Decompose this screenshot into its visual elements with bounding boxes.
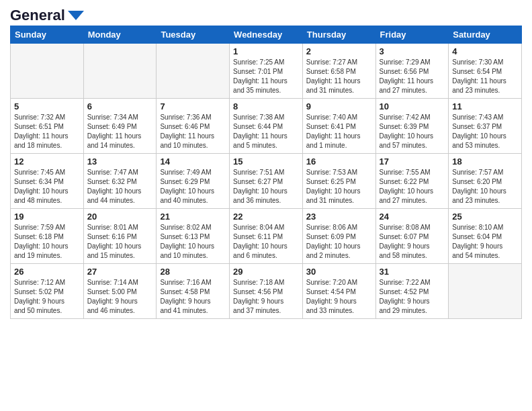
calendar-cell: 7Sunrise: 7:36 AM Sunset: 6:46 PM Daylig… — [157, 99, 230, 154]
calendar-cell: 27Sunrise: 7:14 AM Sunset: 5:00 PM Dayli… — [83, 264, 157, 319]
calendar-week-1: 1Sunrise: 7:25 AM Sunset: 7:01 PM Daylig… — [11, 44, 522, 99]
calendar-cell: 26Sunrise: 7:12 AM Sunset: 5:02 PM Dayli… — [11, 264, 84, 319]
calendar-cell: 25Sunrise: 8:10 AM Sunset: 6:04 PM Dayli… — [449, 209, 522, 264]
calendar-cell: 18Sunrise: 7:57 AM Sunset: 6:20 PM Dayli… — [449, 154, 522, 209]
calendar-cell: 2Sunrise: 7:27 AM Sunset: 6:58 PM Daylig… — [302, 44, 375, 99]
day-info: Sunrise: 8:10 AM Sunset: 6:04 PM Dayligh… — [452, 223, 518, 261]
day-number: 7 — [160, 101, 226, 111]
day-info: Sunrise: 7:16 AM Sunset: 4:58 PM Dayligh… — [160, 278, 226, 316]
day-number: 29 — [233, 267, 299, 277]
calendar-week-3: 12Sunrise: 7:45 AM Sunset: 6:34 PM Dayli… — [11, 154, 522, 209]
calendar-week-5: 26Sunrise: 7:12 AM Sunset: 5:02 PM Dayli… — [11, 264, 522, 319]
day-info: Sunrise: 7:32 AM Sunset: 6:51 PM Dayligh… — [14, 113, 80, 150]
day-info: Sunrise: 8:04 AM Sunset: 6:11 PM Dayligh… — [233, 223, 299, 261]
day-number: 11 — [452, 101, 518, 111]
day-number: 9 — [306, 101, 372, 111]
calendar-cell: 31Sunrise: 7:22 AM Sunset: 4:52 PM Dayli… — [375, 264, 449, 319]
day-info: Sunrise: 7:30 AM Sunset: 6:54 PM Dayligh… — [452, 58, 518, 95]
calendar-cell: 22Sunrise: 8:04 AM Sunset: 6:11 PM Dayli… — [230, 209, 303, 264]
day-number: 24 — [380, 212, 445, 222]
day-number: 20 — [87, 212, 153, 222]
day-info: Sunrise: 7:25 AM Sunset: 7:01 PM Dayligh… — [233, 58, 299, 95]
calendar-header-tuesday: Tuesday — [157, 26, 230, 44]
logo-arrow-icon — [65, 8, 84, 23]
calendar-cell: 29Sunrise: 7:18 AM Sunset: 4:56 PM Dayli… — [230, 264, 303, 319]
day-info: Sunrise: 7:27 AM Sunset: 6:58 PM Dayligh… — [306, 58, 372, 95]
day-number: 15 — [233, 156, 299, 167]
calendar-cell — [449, 264, 522, 319]
calendar-cell — [11, 44, 84, 99]
calendar-cell — [157, 44, 230, 99]
day-info: Sunrise: 8:06 AM Sunset: 6:09 PM Dayligh… — [306, 223, 372, 261]
day-info: Sunrise: 7:42 AM Sunset: 6:39 PM Dayligh… — [380, 113, 445, 150]
calendar-header-monday: Monday — [83, 26, 157, 44]
calendar-cell — [83, 44, 157, 99]
day-number: 19 — [14, 212, 80, 222]
day-info: Sunrise: 8:08 AM Sunset: 6:07 PM Dayligh… — [380, 223, 445, 261]
day-info: Sunrise: 7:47 AM Sunset: 6:32 PM Dayligh… — [87, 168, 153, 205]
day-number: 1 — [233, 46, 299, 56]
calendar-cell: 1Sunrise: 7:25 AM Sunset: 7:01 PM Daylig… — [230, 44, 303, 99]
calendar-cell: 9Sunrise: 7:40 AM Sunset: 6:41 PM Daylig… — [302, 99, 375, 154]
page-container: General SundayMondayTuesdayWednesdayThur… — [0, 0, 532, 411]
logo: General — [10, 7, 84, 20]
day-info: Sunrise: 7:51 AM Sunset: 6:27 PM Dayligh… — [233, 168, 299, 205]
day-info: Sunrise: 7:40 AM Sunset: 6:41 PM Dayligh… — [306, 113, 372, 150]
day-info: Sunrise: 7:49 AM Sunset: 6:29 PM Dayligh… — [160, 168, 226, 205]
day-info: Sunrise: 7:57 AM Sunset: 6:20 PM Dayligh… — [452, 168, 518, 205]
day-info: Sunrise: 7:14 AM Sunset: 5:00 PM Dayligh… — [87, 278, 153, 316]
day-number: 3 — [380, 46, 445, 56]
day-number: 14 — [160, 156, 226, 167]
calendar-cell: 21Sunrise: 8:02 AM Sunset: 6:13 PM Dayli… — [157, 209, 230, 264]
day-info: Sunrise: 7:59 AM Sunset: 6:18 PM Dayligh… — [14, 223, 80, 261]
day-number: 6 — [87, 101, 153, 111]
day-info: Sunrise: 7:22 AM Sunset: 4:52 PM Dayligh… — [380, 278, 445, 316]
logo-general: General — [10, 7, 65, 24]
calendar-cell: 19Sunrise: 7:59 AM Sunset: 6:18 PM Dayli… — [11, 209, 84, 264]
calendar-cell: 11Sunrise: 7:43 AM Sunset: 6:37 PM Dayli… — [449, 99, 522, 154]
calendar-cell: 17Sunrise: 7:55 AM Sunset: 6:22 PM Dayli… — [375, 154, 449, 209]
calendar-table: SundayMondayTuesdayWednesdayThursdayFrid… — [10, 26, 522, 319]
calendar-cell: 12Sunrise: 7:45 AM Sunset: 6:34 PM Dayli… — [11, 154, 84, 209]
day-number: 4 — [452, 46, 518, 56]
calendar-header-saturday: Saturday — [449, 26, 522, 44]
day-info: Sunrise: 7:36 AM Sunset: 6:46 PM Dayligh… — [160, 113, 226, 150]
calendar-cell: 8Sunrise: 7:38 AM Sunset: 6:44 PM Daylig… — [230, 99, 303, 154]
calendar-cell: 16Sunrise: 7:53 AM Sunset: 6:25 PM Dayli… — [302, 154, 375, 209]
calendar-cell: 15Sunrise: 7:51 AM Sunset: 6:27 PM Dayli… — [230, 154, 303, 209]
day-number: 5 — [14, 101, 80, 111]
calendar-header-row: SundayMondayTuesdayWednesdayThursdayFrid… — [11, 26, 522, 44]
day-info: Sunrise: 7:29 AM Sunset: 6:56 PM Dayligh… — [380, 58, 445, 95]
calendar-cell: 3Sunrise: 7:29 AM Sunset: 6:56 PM Daylig… — [375, 44, 449, 99]
day-info: Sunrise: 7:43 AM Sunset: 6:37 PM Dayligh… — [452, 113, 518, 150]
calendar-cell: 6Sunrise: 7:34 AM Sunset: 6:49 PM Daylig… — [83, 99, 157, 154]
day-info: Sunrise: 7:18 AM Sunset: 4:56 PM Dayligh… — [233, 278, 299, 316]
calendar-cell: 5Sunrise: 7:32 AM Sunset: 6:51 PM Daylig… — [11, 99, 84, 154]
day-number: 18 — [452, 156, 518, 167]
day-number: 21 — [160, 212, 226, 222]
day-number: 2 — [306, 46, 372, 56]
day-number: 22 — [233, 212, 299, 222]
day-number: 30 — [306, 267, 372, 277]
day-number: 12 — [14, 156, 80, 167]
svg-marker-0 — [68, 11, 84, 20]
calendar-week-2: 5Sunrise: 7:32 AM Sunset: 6:51 PM Daylig… — [11, 99, 522, 154]
calendar-cell: 4Sunrise: 7:30 AM Sunset: 6:54 PM Daylig… — [449, 44, 522, 99]
calendar-cell: 20Sunrise: 8:01 AM Sunset: 6:16 PM Dayli… — [83, 209, 157, 264]
day-number: 16 — [306, 156, 372, 167]
day-number: 27 — [87, 267, 153, 277]
day-info: Sunrise: 7:53 AM Sunset: 6:25 PM Dayligh… — [306, 168, 372, 205]
header: General — [10, 7, 522, 20]
calendar-header-thursday: Thursday — [302, 26, 375, 44]
calendar-cell: 14Sunrise: 7:49 AM Sunset: 6:29 PM Dayli… — [157, 154, 230, 209]
day-number: 26 — [14, 267, 80, 277]
day-number: 17 — [380, 156, 445, 167]
day-number: 10 — [380, 101, 445, 111]
day-number: 8 — [233, 101, 299, 111]
day-info: Sunrise: 7:20 AM Sunset: 4:54 PM Dayligh… — [306, 278, 372, 316]
calendar-header-wednesday: Wednesday — [230, 26, 303, 44]
calendar-header-friday: Friday — [375, 26, 449, 44]
day-number: 23 — [306, 212, 372, 222]
day-number: 13 — [87, 156, 153, 167]
day-info: Sunrise: 8:02 AM Sunset: 6:13 PM Dayligh… — [160, 223, 226, 261]
